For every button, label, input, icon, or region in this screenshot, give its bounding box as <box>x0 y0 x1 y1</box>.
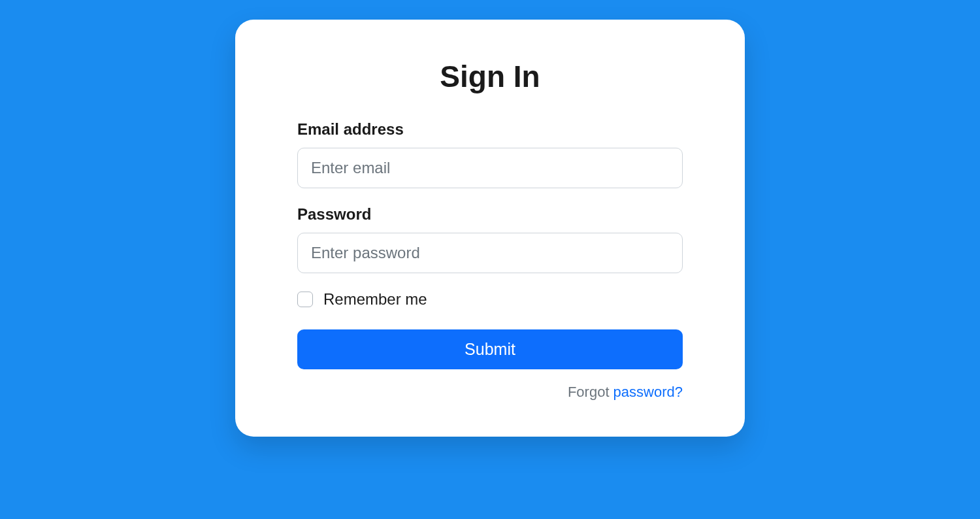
remember-me-label[interactable]: Remember me <box>323 290 427 309</box>
email-field[interactable] <box>297 148 683 188</box>
forgot-text: Forgot <box>568 384 613 400</box>
sign-in-card: Sign In Email address Password Remember … <box>235 20 745 437</box>
forgot-password-row: Forgot password? <box>297 384 683 401</box>
password-label: Password <box>297 205 683 224</box>
remember-me-checkbox[interactable] <box>297 292 313 307</box>
password-group: Password <box>297 205 683 273</box>
remember-me-group: Remember me <box>297 290 683 309</box>
forgot-password-link[interactable]: password? <box>613 384 683 400</box>
password-field[interactable] <box>297 233 683 273</box>
page-title: Sign In <box>297 59 683 94</box>
email-label: Email address <box>297 120 683 139</box>
email-group: Email address <box>297 120 683 188</box>
submit-button[interactable]: Submit <box>297 329 683 369</box>
